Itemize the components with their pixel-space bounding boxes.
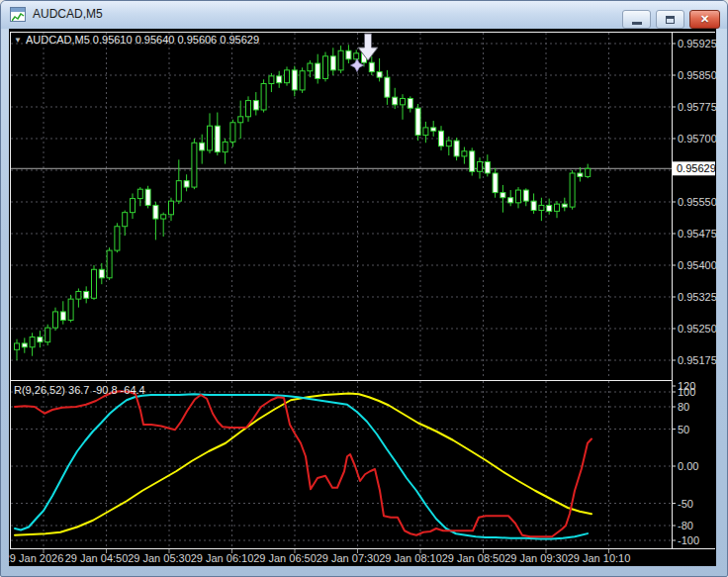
- price-tick-label: 0.95325: [678, 291, 716, 303]
- candle: [145, 186, 150, 209]
- candle: [323, 52, 328, 82]
- time-tick-label: 29 Jan 08:50: [442, 552, 505, 564]
- indicator-readout: R(9,26,52) 36.7 -90.8 -64.4: [14, 384, 145, 396]
- price-tick-label: 0.95775: [678, 101, 716, 113]
- time-tick-label: 29 Jan 10:10: [568, 552, 631, 564]
- close-button[interactable]: ✕: [689, 10, 720, 29]
- candle: [46, 325, 50, 345]
- price-tick-label: 0.95925: [678, 38, 716, 49]
- price-tick-label: 0.95475: [678, 228, 716, 240]
- candle: [470, 147, 475, 175]
- minimize-button[interactable]: [622, 10, 651, 29]
- icon-chart-squiggle: [12, 13, 25, 22]
- time-tick-label: 29 Jan 06:10: [191, 552, 254, 564]
- window-controls: ✕: [622, 10, 720, 29]
- candle: [570, 170, 575, 210]
- mt4-chart-window: AUDCAD,M5 ✕ 0.959250.958500.957750.95700…: [0, 0, 728, 577]
- maximize-button[interactable]: [656, 10, 684, 29]
- time-tick-label: 29 Jan 04:50: [65, 552, 129, 564]
- time-axis: 29 Jan 202629 Jan 04:5029 Jan 05:3029 Ja…: [9, 549, 630, 564]
- indicator-tick-label: 50: [678, 424, 689, 435]
- time-tick-label: 29 Jan 2026: [9, 552, 63, 564]
- price-tick-label: 0.95175: [678, 354, 716, 366]
- indicator-tick-label: -50: [678, 498, 693, 510]
- time-tick-label: 29 Jan 08:10: [379, 552, 442, 564]
- indicator-tick-label: 0.00: [678, 460, 698, 472]
- symbol-dropdown-marker: ▼: [14, 36, 22, 45]
- candle: [92, 265, 97, 300]
- window-titlebar[interactable]: AUDCAD,M5 ✕: [1, 1, 727, 29]
- candle: [192, 139, 197, 189]
- icon-titlebar-stripe: [11, 8, 25, 12]
- price-tick-label: 0.95250: [678, 323, 716, 335]
- candle: [107, 247, 112, 280]
- time-tick-label: 29 Jan 06:50: [253, 552, 317, 564]
- bid-price-label: 0.95629: [677, 162, 716, 174]
- price-tick-label: 0.95700: [678, 133, 716, 144]
- time-tick-label: 29 Jan 05:30: [128, 552, 191, 564]
- indicator-tick-label: -100: [678, 534, 699, 546]
- maximize-icon: [666, 16, 675, 24]
- close-icon: ✕: [690, 13, 719, 26]
- minimize-icon: [632, 22, 642, 25]
- candle: [115, 223, 120, 252]
- candle: [261, 79, 266, 112]
- indicator-tick-label: 80: [678, 401, 689, 413]
- indicator-tick-label: 100: [678, 386, 695, 398]
- candle: [68, 295, 73, 323]
- time-tick-label: 29 Jan 09:30: [504, 552, 568, 564]
- time-tick-label: 29 Jan 07:30: [317, 552, 380, 564]
- price-tick-label: 0.95550: [678, 196, 716, 208]
- window-title: AUDCAD,M5: [33, 7, 103, 21]
- candle: [415, 104, 420, 141]
- chart-client-area: 0.959250.958500.957750.957000.955500.954…: [9, 29, 716, 566]
- ohlc-readout: AUDCAD,M5 0.95610 0.95640 0.95606 0.9562…: [26, 34, 259, 46]
- price-tick-label: 0.95400: [678, 259, 716, 271]
- chart-window-icon: [10, 7, 26, 22]
- candle: [300, 67, 305, 93]
- chart-canvas[interactable]: 0.959250.958500.957750.957000.955500.954…: [9, 29, 716, 566]
- price-tick-label: 0.95850: [678, 69, 716, 81]
- indicator-tick-label: -80: [678, 520, 693, 531]
